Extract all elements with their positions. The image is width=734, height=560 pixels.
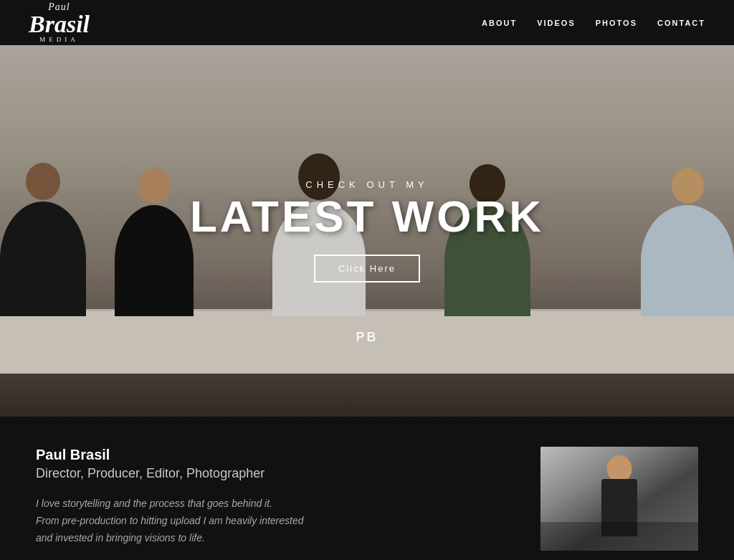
hero-monogram: PB xyxy=(356,330,378,345)
hero-subtitle: CHECK OUT MY xyxy=(305,179,428,190)
hero-section: CHECK OUT MY LATEST WORK Click Here PB xyxy=(0,45,734,417)
about-bio-line1: I love storytelling and the process that… xyxy=(36,498,272,509)
logo-brasil: Brasil xyxy=(29,12,90,37)
about-bio: I love storytelling and the process that… xyxy=(36,495,512,546)
main-nav: ABOUT VIDEOS PHOTOS CONTACT xyxy=(482,19,705,27)
hero-title: LATEST WORK xyxy=(190,194,544,239)
about-photo xyxy=(540,447,698,551)
about-text: Paul Brasil Director, Producer, Editor, … xyxy=(36,447,512,546)
about-role: Director, Producer, Editor, Photographer xyxy=(36,466,512,481)
about-photo-city xyxy=(540,522,698,551)
nav-photos[interactable]: PHOTOS xyxy=(596,19,637,27)
hero-overlay: CHECK OUT MY LATEST WORK Click Here xyxy=(0,45,734,417)
hero-cta-button[interactable]: Click Here xyxy=(314,255,420,283)
nav-about[interactable]: ABOUT xyxy=(482,19,517,27)
about-bio-line3: and invested in bringing visions to life… xyxy=(36,532,205,544)
nav-contact[interactable]: CONTACT xyxy=(657,19,705,27)
about-section: Paul Brasil Director, Producer, Editor, … xyxy=(0,417,734,560)
about-bio-line2: From pre-production to hitting upload I … xyxy=(36,515,304,526)
logo[interactable]: Paul Brasil MEDIA xyxy=(29,2,90,43)
about-name: Paul Brasil xyxy=(36,447,512,463)
logo-media: MEDIA xyxy=(29,37,90,43)
nav-videos[interactable]: VIDEOS xyxy=(537,19,576,27)
site-header: Paul Brasil MEDIA ABOUT VIDEOS PHOTOS CO… xyxy=(0,0,734,45)
